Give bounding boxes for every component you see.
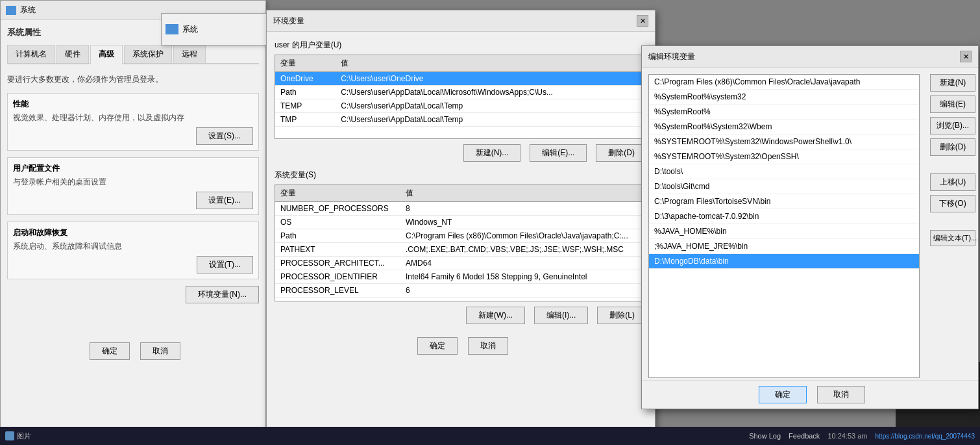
env-path-item[interactable]: ;%JAVA_HOME_JRE%\bin	[649, 239, 919, 254]
sys-var-name: PROCESSOR_IDENTIFIER	[275, 270, 400, 284]
sys-var-row[interactable]: PATHEXT.COM;.EXE;.BAT;.CMD;.VBS;.VBE;.JS…	[275, 243, 646, 257]
taskbar-show-log[interactable]: Show Log	[749, 432, 781, 440]
edit-env-content: C:\Program Files (x86)\Common Files\Orac…	[642, 68, 978, 385]
user-var-name: Path	[275, 86, 336, 99]
user-var-row[interactable]: PathC:\Users\user\AppData\Local\Microsof…	[275, 86, 646, 99]
sys-vars-table: 变量 值 NUMBER_OF_PROCESSORS8OSWindows_NTPa…	[275, 185, 646, 298]
taskbar-url[interactable]: https://blog.csdn.net/qq_20074443	[876, 433, 975, 440]
user-vars-col-value: 值	[336, 55, 646, 72]
sys-vars-wrapper: 变量 值 NUMBER_OF_PROCESSORS8OSWindows_NTPa…	[275, 184, 647, 301]
sys-var-name: PROCESSOR_LEVEL	[275, 284, 400, 298]
sys-var-value: C:\Program Files (x86)\Common Files\Orac…	[400, 229, 646, 243]
edit-env-move-up-btn[interactable]: 上移(U)	[930, 173, 975, 191]
user-profile-settings-btn[interactable]: 设置(E)...	[196, 192, 253, 209]
user-var-name: TEMP	[275, 99, 336, 113]
tab-system-protection[interactable]: 系统保护	[124, 45, 172, 63]
env-path-list: C:\Program Files (x86)\Common Files\Orac…	[648, 74, 920, 378]
system-window-icon	[165, 24, 178, 34]
user-var-value: C:\Users\user\AppData\Local\Temp	[336, 99, 646, 113]
env-path-item[interactable]: %SystemRoot%	[649, 105, 919, 120]
taskbar-pictures-label: 图片	[17, 431, 31, 441]
sys-props-window: 系统 系统属性 计算机名 硬件 高级 系统保护 远程 要进行大多数更改，你必须作…	[0, 0, 266, 429]
env-dialog-title: 环境变量	[273, 16, 304, 27]
sys-vars-col-name: 变量	[275, 185, 400, 202]
sys-var-row[interactable]: PROCESSOR_ARCHITECT...AMD64	[275, 257, 646, 270]
sys-var-value: .COM;.EXE;.BAT;.CMD;.VBS;.VBE;.JS;.JSE;.…	[400, 243, 646, 257]
taskbar-left: 图片	[5, 431, 31, 441]
env-path-item[interactable]: D:\tools\	[649, 164, 919, 179]
env-dialog-confirm-btn[interactable]: 确定	[417, 337, 458, 355]
edit-env-edit-text-btn[interactable]: 编辑文本(T)...	[930, 230, 975, 246]
sys-props-cancel-btn[interactable]: 取消	[140, 342, 180, 360]
env-path-item[interactable]: C:\Program Files (x86)\Common Files\Orac…	[649, 75, 919, 90]
user-var-value: C:\Users\user\OneDrive	[336, 72, 646, 86]
sys-var-row[interactable]: NUMBER_OF_PROCESSORS8	[275, 202, 646, 216]
sys-vars-delete-btn[interactable]: 删除(L)	[597, 307, 647, 324]
taskbar: 图片 Show Log Feedback 10:24:53 am https:/…	[0, 427, 980, 445]
sys-vars-new-btn[interactable]: 新建(W)...	[466, 307, 525, 324]
user-var-value: C:\Users\user\AppData\Local\Temp	[336, 113, 646, 127]
edit-env-dialog: 编辑环境变量 ✕ C:\Program Files (x86)\Common F…	[641, 45, 979, 409]
admin-note: 要进行大多数更改，你必须作为管理员登录。	[7, 74, 259, 85]
sys-var-name: PROCESSOR_ARCHITECT...	[275, 257, 400, 270]
user-vars-edit-btn[interactable]: 编辑(E)...	[530, 144, 587, 162]
user-var-row[interactable]: OneDriveC:\Users\user\OneDrive	[275, 72, 646, 86]
performance-section: 性能 视觉效果、处理器计划、内存使用，以及虚拟内存 设置(S)...	[7, 93, 259, 151]
user-vars-table-container: 变量 值 OneDriveC:\Users\user\OneDrivePathC…	[275, 55, 647, 139]
env-path-item[interactable]: D:\3\apache-tomcat-7.0.92\bin	[649, 209, 919, 224]
user-var-row[interactable]: TMPC:\Users\user\AppData\Local\Temp	[275, 113, 646, 127]
edit-env-browse-btn[interactable]: 浏览(B)...	[930, 117, 975, 134]
env-path-item[interactable]: %JAVA_HOME%\bin	[649, 224, 919, 239]
env-path-item[interactable]: %SYSTEMROOT%\System32\WindowsPowerShell\…	[649, 134, 919, 149]
tab-hardware[interactable]: 硬件	[56, 45, 89, 63]
sys-var-row[interactable]: PROCESSOR_LEVEL6	[275, 284, 646, 298]
sys-var-name: OS	[275, 216, 400, 229]
env-dialog-cancel-btn[interactable]: 取消	[468, 337, 508, 355]
sys-vars-btn-row: 新建(W)... 编辑(I)... 删除(L)	[275, 307, 647, 324]
tab-computer-name[interactable]: 计算机名	[7, 45, 55, 63]
user-vars-label: user 的用户变量(U)	[275, 40, 647, 51]
env-dialog-close-btn[interactable]: ✕	[637, 15, 648, 27]
tab-advanced[interactable]: 高级	[90, 45, 123, 64]
taskbar-pictures-item[interactable]: 图片	[5, 431, 31, 441]
taskbar-feedback[interactable]: Feedback	[789, 432, 820, 440]
edit-env-delete-btn[interactable]: 删除(D)	[930, 138, 975, 156]
env-path-item[interactable]: %SystemRoot%\system32	[649, 90, 919, 105]
edit-env-cancel-btn[interactable]: 取消	[817, 386, 865, 403]
env-path-item[interactable]: %SystemRoot%\System32\Wbem	[649, 120, 919, 134]
env-vars-btn[interactable]: 环境变量(N)...	[186, 286, 259, 303]
env-path-item[interactable]: %SYSTEMROOT%\System32\OpenSSH\	[649, 149, 919, 164]
env-path-item[interactable]: D:\MongoDB\data\bin	[649, 254, 919, 269]
sys-props-confirm-btn[interactable]: 确定	[90, 342, 130, 360]
sys-var-row[interactable]: OSWindows_NT	[275, 216, 646, 229]
edit-env-new-btn[interactable]: 新建(N)	[930, 74, 975, 92]
sys-vars-edit-btn[interactable]: 编辑(I)...	[534, 307, 588, 324]
tab-remote[interactable]: 远程	[173, 45, 206, 63]
edit-env-move-down-btn[interactable]: 下移(O)	[930, 195, 975, 212]
edit-env-edit-btn[interactable]: 编辑(E)	[930, 95, 975, 113]
startup-recovery-settings-btn[interactable]: 设置(T)...	[197, 256, 253, 273]
env-path-item[interactable]: C:\Program Files\TortoiseSVN\bin	[649, 194, 919, 209]
user-profile-section: 用户配置文件 与登录帐户相关的桌面设置 设置(E)...	[7, 157, 259, 215]
sys-var-row[interactable]: PathC:\Program Files (x86)\Common Files\…	[275, 229, 646, 243]
edit-env-confirm-btn[interactable]: 确定	[759, 386, 807, 403]
env-path-item[interactable]: D:\tools\Git\cmd	[649, 179, 919, 194]
user-var-value: C:\Users\user\AppData\Local\Microsoft\Wi…	[336, 86, 646, 99]
user-vars-delete-btn[interactable]: 删除(D)	[596, 144, 647, 162]
startup-recovery-desc: 系统启动、系统故障和调试信息	[13, 241, 253, 252]
user-profile-title: 用户配置文件	[13, 163, 253, 174]
edit-env-close-btn[interactable]: ✕	[960, 51, 972, 62]
taskbar-right: Show Log Feedback 10:24:53 am https://bl…	[749, 432, 975, 440]
sys-var-value: AMD64	[400, 257, 646, 270]
env-dialog-content: user 的用户变量(U) 变量 值 OneDriveC:\Users\user…	[267, 32, 655, 362]
sys-props-content: 系统属性 计算机名 硬件 高级 系统保护 远程 要进行大多数更改，你必须作为管理…	[1, 20, 265, 366]
user-vars-table: 变量 值 OneDriveC:\Users\user\OneDrivePathC…	[275, 55, 646, 127]
sys-vars-label: 系统变量(S)	[275, 170, 647, 181]
user-var-name: OneDrive	[275, 72, 336, 86]
user-vars-new-btn[interactable]: 新建(N)...	[463, 144, 521, 162]
user-profile-desc: 与登录帐户相关的桌面设置	[13, 177, 253, 188]
user-var-row[interactable]: TEMPC:\Users\user\AppData\Local\Temp	[275, 99, 646, 113]
env-dialog-titlebar: 环境变量 ✕	[267, 10, 655, 32]
sys-var-row[interactable]: PROCESSOR_IDENTIFIERIntel64 Family 6 Mod…	[275, 270, 646, 284]
performance-settings-btn[interactable]: 设置(S)...	[196, 127, 253, 145]
